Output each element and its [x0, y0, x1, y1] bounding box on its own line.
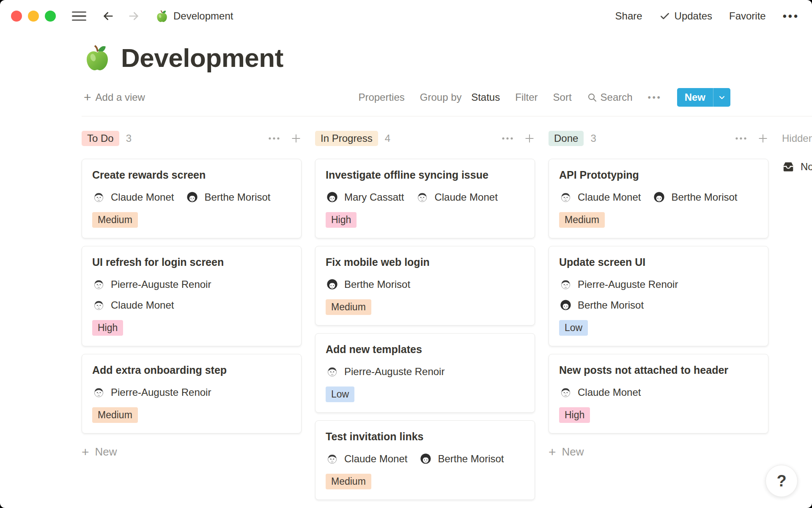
woman-portrait-icon [559, 298, 572, 312]
column-options-icon[interactable] [735, 136, 747, 141]
assignee-name: Mary Cassatt [344, 191, 404, 203]
column-options-icon[interactable] [268, 136, 280, 141]
breadcrumb[interactable]: Development [156, 9, 233, 23]
forward-arrow-icon[interactable] [127, 9, 140, 23]
woman-portrait-icon [419, 452, 432, 465]
view-more-options-icon[interactable]: ••• [648, 93, 662, 102]
woman-portrait-icon [186, 190, 199, 204]
assignee-name: Claude Monet [578, 387, 641, 398]
column-options-icon[interactable] [501, 136, 514, 141]
card-assignees: Claude MonetBerthe Morisot [326, 452, 524, 465]
group-by-button[interactable]: Group by Status [420, 91, 500, 103]
add-view-button[interactable]: + Add a view [84, 91, 145, 104]
card-assignee: Claude Monet [92, 298, 291, 312]
priority-tag: Medium [92, 212, 138, 228]
column-add-card-icon[interactable] [757, 133, 768, 144]
column-status-pill[interactable]: In Progress [315, 131, 378, 146]
zoom-button[interactable] [45, 11, 56, 22]
green-apple-icon [156, 9, 168, 23]
card-assignees: Berthe Morisot [326, 278, 524, 291]
priority-tag: Medium [326, 299, 371, 315]
man-portrait-icon [326, 452, 339, 465]
sidebar-menu-icon[interactable] [72, 11, 86, 21]
properties-button[interactable]: Properties [358, 91, 404, 103]
column-count: 3 [590, 133, 596, 144]
kanban-card[interactable]: Create rewards screenClaude MonetBerthe … [82, 159, 302, 238]
updates-button[interactable]: Updates [659, 10, 712, 22]
assignee-name: Pierre-Auguste Renoir [344, 366, 444, 378]
share-button[interactable]: Share [615, 10, 642, 22]
priority-tag: High [559, 407, 590, 423]
app-window: Development Share Updates Favorite ••• D… [0, 0, 812, 508]
priority-tag: Medium [326, 474, 371, 489]
card-assignees: Claude MonetBerthe Morisot [559, 190, 758, 204]
help-button[interactable]: ? [765, 465, 798, 497]
window-controls [11, 11, 56, 22]
sort-button[interactable]: Sort [553, 91, 572, 103]
assignee-name: Pierre-Auguste Renoir [111, 279, 211, 290]
card-assignee: Claude Monet [559, 190, 641, 204]
card-title: Add extra onboarding step [92, 364, 291, 376]
kanban-card[interactable]: Fix mobile web loginBerthe MorisotMedium [315, 246, 535, 326]
card-assignees: Mary CassattClaude Monet [326, 190, 524, 204]
column-count: 4 [385, 133, 390, 144]
card-title: Fix mobile web login [326, 256, 524, 268]
column-add-card-icon[interactable] [524, 133, 535, 144]
column-add-card-icon[interactable] [291, 133, 302, 144]
priority-tag: High [92, 320, 123, 336]
kanban-card[interactable]: Test invitation linksClaude MonetBerthe … [315, 420, 535, 500]
new-button[interactable]: New [677, 88, 730, 107]
kanban-card[interactable]: New posts not attached to headerClaude M… [549, 354, 768, 433]
card-title: New posts not attached to header [559, 364, 758, 376]
more-options-icon[interactable]: ••• [783, 11, 799, 22]
priority-tag: Low [326, 387, 354, 402]
check-icon [659, 11, 670, 22]
window-titlebar: Development Share Updates Favorite ••• [0, 0, 812, 32]
kanban-card[interactable]: Add new templatesPierre-Auguste RenoirLo… [315, 333, 535, 413]
column-new-button[interactable]: +New [549, 445, 768, 458]
card-assignees: Pierre-Auguste RenoirBerthe Morisot [559, 278, 758, 312]
column-status-pill[interactable]: To Do [82, 131, 119, 146]
card-assignee: Berthe Morisot [419, 452, 504, 465]
kanban-card[interactable]: Update screen UIPierre-Auguste RenoirBer… [549, 246, 768, 346]
back-arrow-icon[interactable] [102, 9, 115, 23]
card-assignees: Pierre-Auguste RenoirClaude Monet [92, 278, 291, 312]
man-portrait-icon [92, 298, 105, 312]
column-header: To Do3 [82, 131, 302, 146]
card-assignee: Claude Monet [559, 386, 758, 399]
man-portrait-icon [326, 365, 339, 378]
assignee-name: Claude Monet [434, 191, 497, 203]
hidden-column-no-status[interactable]: No Status [782, 160, 812, 173]
kanban-card[interactable]: API PrototypingClaude MonetBerthe Moriso… [549, 159, 768, 238]
search-icon [587, 92, 597, 102]
close-button[interactable] [11, 11, 22, 22]
search-button[interactable]: Search [587, 91, 633, 103]
toolbar-divider [82, 116, 812, 116]
card-title: Create rewards screen [92, 168, 291, 181]
assignee-name: Berthe Morisot [438, 453, 504, 465]
column-status-pill[interactable]: Done [549, 131, 584, 146]
page-icon-green-apple[interactable] [84, 42, 111, 73]
assignee-name: Berthe Morisot [204, 191, 270, 203]
chevron-down-icon[interactable] [713, 88, 730, 107]
column-header: In Progress4 [315, 131, 535, 146]
filter-button[interactable]: Filter [515, 91, 538, 103]
kanban-card[interactable]: Add extra onboarding stepPierre-Auguste … [82, 354, 302, 433]
assignee-name: Claude Monet [344, 453, 407, 465]
column-new-button[interactable]: +New [82, 445, 302, 458]
assignee-name: Claude Monet [111, 191, 174, 203]
card-assignees: Pierre-Auguste Renoir [326, 365, 524, 378]
man-portrait-icon [92, 190, 105, 204]
card-assignees: Pierre-Auguste Renoir [92, 386, 291, 399]
card-assignee: Mary Cassatt [326, 190, 404, 204]
card-title: API Prototyping [559, 168, 758, 181]
kanban-board: To Do3Create rewards screenClaude MonetB… [82, 131, 812, 508]
favorite-button[interactable]: Favorite [729, 10, 766, 22]
card-title: UI refresh for login screen [92, 256, 291, 268]
minimize-button[interactable] [28, 11, 39, 22]
priority-tag: Medium [559, 212, 605, 228]
kanban-card[interactable]: UI refresh for login screenPierre-August… [82, 246, 302, 346]
kanban-card[interactable]: Investigate offline syncing issueMary Ca… [315, 159, 535, 238]
card-assignee: Pierre-Auguste Renoir [559, 278, 758, 291]
card-assignee: Claude Monet [92, 190, 174, 204]
